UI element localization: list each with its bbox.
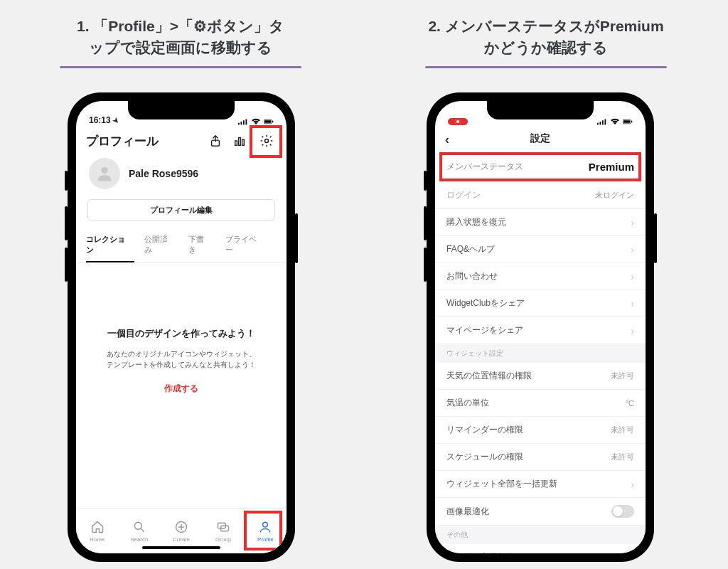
chevron-right-icon: ›	[631, 244, 634, 255]
row-schedule-perm[interactable]: スケジュールの権限 未許可	[435, 444, 646, 471]
edit-profile-button[interactable]: プロフィール編集	[87, 199, 275, 221]
phone-settings: ‹ 設定 メンバーステータス Premium ログイン 未ログイン 購入状態を復…	[427, 92, 654, 562]
svg-rect-8	[235, 141, 237, 145]
home-indicator	[142, 546, 220, 549]
settings-list: メンバーステータス Premium ログイン 未ログイン 購入状態を復元 › F…	[435, 152, 646, 553]
svg-rect-10	[242, 139, 245, 145]
step1-line1: 1. 「Profile」>「⚙ボタン」タ	[77, 18, 284, 34]
step1-heading: 1. 「Profile」>「⚙ボタン」タ ップで設定画面に移動する	[24, 16, 337, 68]
empty-state: 一個目のデザインを作ってみよう！ あなたのオリジナルアイコンやウィジェット、 テ…	[76, 263, 287, 395]
settings-title: 設定	[530, 132, 550, 144]
row-share-app[interactable]: WidgetClubをシェア ›	[435, 290, 646, 317]
row-login[interactable]: ログイン 未ログイン	[435, 182, 646, 209]
svg-point-12	[101, 167, 107, 174]
empty-body1: あなたのオリジナルアイコンやウィジェット、	[107, 350, 256, 358]
chat-icon	[215, 519, 231, 535]
svg-rect-9	[239, 138, 241, 146]
svg-rect-19	[600, 122, 601, 124]
wifi-icon	[610, 118, 620, 125]
tab-create-label: Create	[173, 536, 190, 543]
row-image-opt[interactable]: 画像最適化	[435, 498, 646, 526]
home-icon	[90, 519, 105, 535]
svg-rect-3	[246, 119, 247, 125]
step2-underline	[425, 66, 667, 68]
step1-underline	[60, 66, 301, 68]
search-icon	[132, 519, 147, 535]
signal-icon	[597, 118, 607, 125]
svg-rect-24	[631, 121, 632, 123]
step2-line1: 2. メンバーステータスがPremium	[428, 18, 663, 34]
svg-rect-5	[264, 120, 271, 123]
header-title: プロフィール	[86, 133, 159, 149]
chevron-right-icon: ›	[631, 325, 634, 336]
tab-home[interactable]: Home	[76, 509, 118, 553]
status-time: 16:13	[89, 115, 111, 125]
signal-icon	[238, 118, 248, 125]
highlight-profile-tab	[244, 511, 282, 551]
row-contact[interactable]: お問い合わせ ›	[435, 263, 646, 290]
tab-home-label: Home	[90, 536, 105, 543]
row-reminder-perm[interactable]: リマインダーの権限 未許可	[435, 417, 646, 444]
chevron-right-icon: ›	[631, 217, 634, 228]
battery-icon	[623, 118, 633, 125]
stats-icon[interactable]	[232, 134, 247, 148]
create-link[interactable]: 作成する	[93, 383, 269, 395]
row-weather-perm[interactable]: 天気の位置情報の権限 未許可	[435, 363, 646, 390]
empty-body2: テンプレートを作成してみんなと共有しよう！	[107, 361, 256, 368]
svg-rect-21	[605, 119, 606, 125]
empty-title: 一個目のデザインを作ってみよう！	[93, 327, 269, 340]
notch	[487, 101, 594, 119]
chevron-right-icon: ›	[631, 298, 634, 309]
tab-search-label: Search	[130, 536, 148, 543]
row-user-terms[interactable]: ユーザー利用規約 ›	[435, 544, 646, 553]
username: Pale Rose9596	[129, 168, 198, 179]
user-row: Pale Rose9596	[76, 155, 287, 195]
highlight-member-status	[439, 152, 641, 181]
row-share-mypage[interactable]: マイページをシェア ›	[435, 317, 646, 344]
location-arrow-icon: ➤	[111, 115, 120, 124]
tab-published[interactable]: 公開済み	[144, 228, 178, 262]
phone-profile: 16:13 ➤ プロフィール	[68, 92, 295, 562]
row-member-status[interactable]: メンバーステータス Premium	[435, 152, 646, 182]
section-widget: ウィジェット設定	[435, 344, 646, 363]
svg-rect-23	[623, 120, 630, 123]
svg-rect-1	[241, 122, 242, 124]
tab-collection[interactable]: コレクション	[86, 228, 134, 262]
tab-private[interactable]: プライベー	[225, 228, 267, 262]
toggle-switch[interactable]	[611, 505, 634, 518]
svg-rect-0	[238, 123, 240, 125]
step2-line2: かどうか確認する	[484, 39, 608, 55]
highlight-gear	[250, 125, 282, 158]
step1-line2: ップで設定画面に移動する	[89, 39, 272, 55]
svg-rect-2	[243, 120, 245, 124]
svg-point-13	[134, 522, 141, 529]
chevron-right-icon: ›	[631, 271, 634, 282]
step2-heading: 2. メンバーステータスがPremium かどうか確認する	[390, 16, 702, 68]
share-icon[interactable]	[208, 134, 223, 148]
recording-pill[interactable]	[448, 118, 468, 125]
row-refresh-all[interactable]: ウィジェット全部を一括更新 ›	[435, 471, 646, 498]
plus-circle-icon	[173, 519, 189, 535]
row-faq[interactable]: FAQ&ヘルプ ›	[435, 236, 646, 263]
svg-rect-6	[272, 121, 273, 123]
settings-nav: ‹ 設定	[435, 127, 646, 152]
profile-tabs: コレクション 公開済み 下書き プライベー	[76, 228, 287, 263]
tab-group-label: Group	[215, 536, 231, 543]
profile-header: プロフィール	[76, 127, 287, 155]
wifi-icon	[251, 118, 261, 125]
row-restore[interactable]: 購入状態を復元 ›	[435, 209, 646, 236]
tab-draft[interactable]: 下書き	[188, 228, 215, 262]
notch	[128, 101, 235, 119]
svg-rect-20	[602, 120, 604, 124]
chevron-right-icon: ›	[631, 479, 634, 490]
battery-icon	[264, 118, 274, 125]
row-temp-unit[interactable]: 気温の単位 °C	[435, 390, 646, 417]
svg-rect-18	[597, 123, 599, 125]
avatar[interactable]	[89, 158, 120, 189]
section-other: その他	[435, 526, 646, 544]
record-icon	[455, 119, 461, 124]
back-button[interactable]: ‹	[445, 132, 449, 147]
chevron-right-icon: ›	[631, 552, 634, 554]
